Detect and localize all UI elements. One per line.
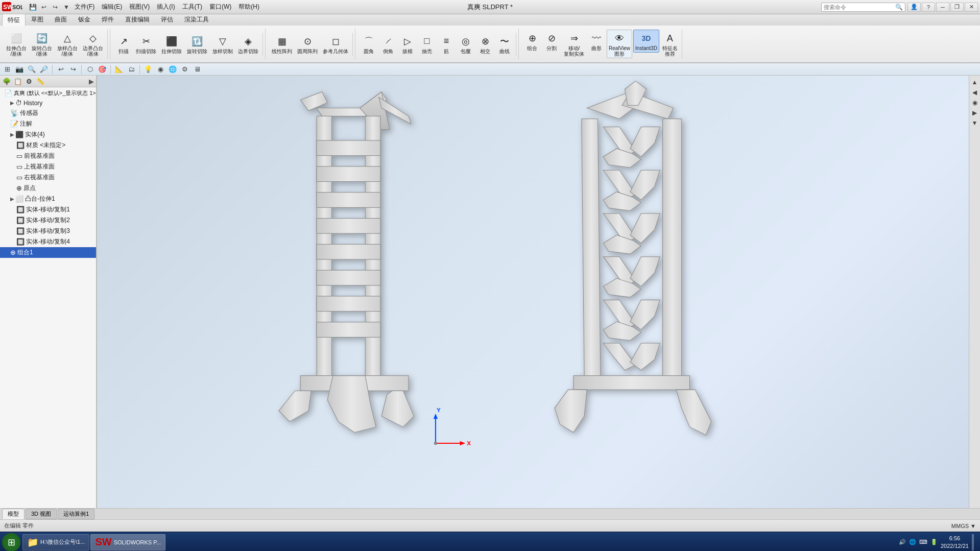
- menu-edit[interactable]: 编辑(E): [99, 2, 125, 12]
- tab-model[interactable]: 模型: [2, 509, 25, 519]
- rt-btn5[interactable]: ▼: [970, 118, 979, 128]
- btn-chamfer[interactable]: ⟋ 倒角: [379, 33, 397, 56]
- vt-scene[interactable]: 🌐: [168, 64, 178, 75]
- tree-item-right-plane[interactable]: ▭ 右视基准面: [0, 172, 96, 183]
- tab-features[interactable]: 特征: [2, 14, 26, 26]
- tree-item-root[interactable]: 📄 真爽 (默认 <<默认>_显示状态 1>): [0, 88, 96, 98]
- vt-monitor[interactable]: 🖥: [192, 64, 202, 75]
- btn-feat-name[interactable]: A 特征名推荐: [660, 30, 680, 58]
- btn-wrap[interactable]: ◎ 包覆: [457, 33, 475, 56]
- tree-item-sensors[interactable]: 📡 传感器: [0, 108, 96, 118]
- btn-fillet[interactable]: ⌒ 圆角: [360, 33, 378, 56]
- dim-expert-icon[interactable]: 📏: [36, 77, 45, 86]
- tab-sheetmetal[interactable]: 钣金: [73, 13, 96, 26]
- rt-btn1[interactable]: ▲: [970, 78, 979, 87]
- menu-insert[interactable]: 插入(I): [154, 2, 178, 12]
- vt-perspective[interactable]: 📷: [14, 64, 25, 75]
- help-btn[interactable]: ?: [922, 3, 935, 12]
- vt-rotate[interactable]: ↩: [56, 64, 66, 75]
- tray-icon2[interactable]: 🌐: [909, 539, 916, 545]
- vt-pan[interactable]: ↪: [68, 64, 78, 75]
- tree-item-front-plane[interactable]: ▭ 前视基准面: [0, 151, 96, 161]
- units-display[interactable]: MMGS ▼: [951, 523, 976, 529]
- taskbar-sw-item[interactable]: SW SOLIDWORKS P...: [90, 534, 165, 550]
- btn-deform[interactable]: 〰 曲形: [587, 30, 606, 53]
- tree-item-move4[interactable]: 🔲 实体-移动/复制4: [0, 236, 96, 247]
- tray-battery[interactable]: 🔋: [930, 539, 938, 545]
- btn-ref-geometry[interactable]: ◻ 参考几何体: [321, 33, 350, 56]
- taskbar-file-item[interactable]: 📁 H:\微信公众号\1...: [22, 534, 89, 550]
- vt-section[interactable]: 📐: [114, 64, 124, 75]
- vt-settings[interactable]: ⚙: [180, 64, 190, 75]
- btn-linear-pattern[interactable]: ▦ 线性阵列: [270, 33, 294, 56]
- btn-revolve-boss[interactable]: 🔄 旋转凸台/基体: [30, 30, 54, 58]
- tree-item-material[interactable]: 🔲 材质 <未指定>: [0, 140, 96, 151]
- tab-3dview[interactable]: 3D 视图: [26, 509, 57, 519]
- vt-lights[interactable]: 💡: [143, 64, 153, 75]
- tab-evaluate[interactable]: 评估: [155, 13, 179, 26]
- vt-zoom-out[interactable]: 🔎: [39, 64, 49, 75]
- vt-display-style[interactable]: 🎯: [97, 64, 107, 75]
- btn-circular-pattern[interactable]: ⊙ 圆周阵列: [295, 33, 320, 56]
- vt-zoom-fit[interactable]: ⊞: [2, 64, 12, 75]
- tray-icon1[interactable]: 🔊: [899, 539, 906, 545]
- property-mgr-icon[interactable]: 📋: [13, 77, 22, 86]
- save-quick-btn[interactable]: 💾: [28, 2, 38, 12]
- viewport[interactable]: Y X: [97, 76, 969, 508]
- btn-move-copy[interactable]: ⇒ 移动/复制实体: [562, 30, 586, 58]
- btn-curve[interactable]: 〜 曲线: [495, 33, 514, 56]
- btn-instant3d[interactable]: 3D Instant3D: [633, 30, 659, 53]
- menu-window[interactable]: 窗口(W): [206, 2, 234, 12]
- btn-boundary-cut[interactable]: ◈ 边界切除: [236, 33, 260, 56]
- btn-revolve-cut[interactable]: 🔃 旋转切除: [185, 33, 209, 56]
- btn-scan-cut[interactable]: ✂ 扫描切除: [134, 33, 158, 56]
- btn-loft-boss[interactable]: △ 放样凸台/基体: [55, 30, 80, 58]
- vt-appearance[interactable]: ◉: [155, 64, 165, 75]
- tree-item-move3[interactable]: 🔲 实体-移动/复制3: [0, 226, 96, 236]
- show-desktop[interactable]: [972, 534, 974, 550]
- start-button[interactable]: ⊞: [2, 533, 20, 552]
- tree-item-history[interactable]: ▶ ⏱ History: [0, 98, 96, 108]
- tree-item-combine[interactable]: ⊕ 组合1: [0, 247, 96, 258]
- vt-explode[interactable]: 🗂: [126, 64, 136, 75]
- menu-help[interactable]: 帮助(H): [235, 2, 262, 12]
- menu-file[interactable]: 文件(F): [71, 2, 98, 12]
- minimize-btn[interactable]: ─: [936, 3, 949, 12]
- btn-intersect[interactable]: ⊗ 相交: [476, 33, 494, 56]
- btn-extrude-boss[interactable]: ⬜ 拉伸凸台/基体: [4, 30, 29, 58]
- btn-loft-cut[interactable]: ▽ 放样切制: [210, 33, 235, 56]
- tab-weldment[interactable]: 焊件: [96, 13, 119, 26]
- tab-motion[interactable]: 运动算例1: [58, 509, 94, 519]
- search-input[interactable]: [824, 4, 895, 10]
- search-box[interactable]: 🔍: [821, 3, 905, 12]
- undo-quick-btn[interactable]: ↩: [39, 2, 49, 12]
- tab-render[interactable]: 渲染工具: [179, 13, 214, 26]
- tree-item-bodies[interactable]: ▶ ⬛ 实体(4): [0, 129, 96, 140]
- btn-draft[interactable]: ▷ 拔模: [398, 33, 417, 56]
- close-btn[interactable]: ✕: [965, 3, 978, 12]
- restore-btn[interactable]: ❐: [950, 3, 964, 12]
- btn-shell[interactable]: □ 抽壳: [418, 33, 436, 56]
- panel-expand-btn[interactable]: ▶: [89, 78, 94, 85]
- btn-scan[interactable]: ↗ 扫描: [114, 33, 133, 56]
- btn-split[interactable]: ⊘ 分割: [542, 30, 561, 53]
- feature-tree-icon[interactable]: 🌳: [2, 77, 11, 86]
- tree-item-boss-extrude[interactable]: ▶ ⬜ 凸台-拉伸1: [0, 194, 96, 204]
- tree-item-annotations[interactable]: 📝 注解: [0, 118, 96, 129]
- tab-surface[interactable]: 曲面: [49, 13, 73, 26]
- clock[interactable]: 6:56 2022/12/21: [941, 535, 969, 549]
- btn-boundary-boss[interactable]: ◇ 边界凸台/基体: [81, 30, 105, 58]
- rt-btn3[interactable]: ◉: [970, 98, 979, 107]
- rt-btn2[interactable]: ◀: [970, 88, 979, 97]
- vt-view-orient[interactable]: ⬡: [85, 64, 95, 75]
- config-mgr-icon[interactable]: ⚙: [25, 77, 34, 86]
- tab-sketch[interactable]: 草图: [26, 13, 49, 26]
- tray-icon3[interactable]: ⌨: [919, 539, 927, 545]
- tab-direct-edit[interactable]: 直接编辑: [119, 13, 155, 26]
- rt-btn4[interactable]: ▶: [970, 108, 979, 117]
- btn-extrude-cut[interactable]: ⬛ 拉伸切除: [159, 33, 184, 56]
- btn-realview[interactable]: 👁 RealView图形: [607, 30, 632, 58]
- menu-tools[interactable]: 工具(T): [179, 2, 205, 12]
- redo-quick-btn[interactable]: ↪: [50, 2, 60, 12]
- tree-item-origin[interactable]: ⊕ 原点: [0, 183, 96, 194]
